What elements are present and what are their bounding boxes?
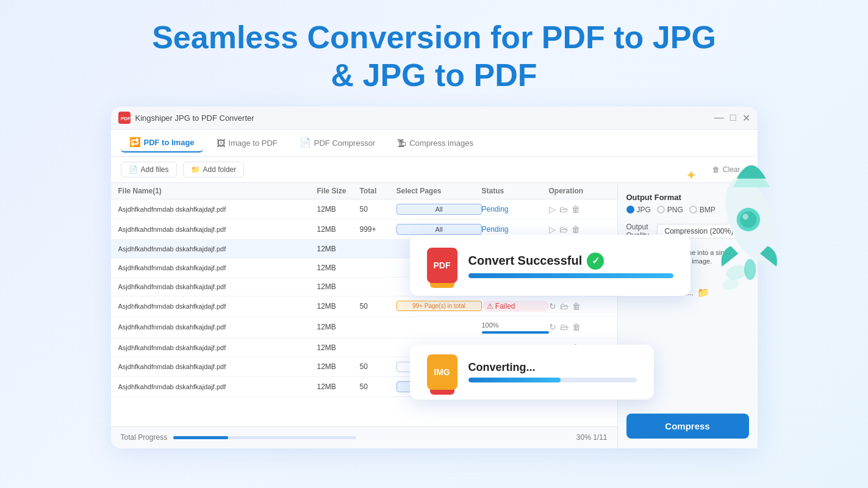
tab-pdf-to-image-label: PDF to Image bbox=[144, 138, 195, 147]
format-png[interactable]: PNG bbox=[657, 206, 683, 214]
file-size: 12MB bbox=[317, 343, 360, 352]
file-size: 12MB bbox=[317, 245, 360, 253]
file-size: 12MB bbox=[317, 362, 360, 371]
svg-text:PDF: PDF bbox=[121, 116, 131, 121]
delete-icon[interactable]: 🗑 bbox=[572, 224, 580, 234]
format-png-label: PNG bbox=[667, 206, 683, 214]
total-progress-fill bbox=[173, 436, 228, 439]
popup-converting-progress-bar bbox=[468, 378, 637, 382]
converting-icon: IMG bbox=[427, 354, 457, 390]
radio-bmp-dot bbox=[689, 206, 697, 214]
file-status-progress: 100% bbox=[482, 321, 549, 334]
file-total: 999+ bbox=[360, 225, 396, 234]
col-status: Status bbox=[482, 187, 549, 195]
col-filename: File Name(1) bbox=[118, 187, 317, 195]
success-check-icon: ✓ bbox=[587, 253, 604, 270]
file-name: Asjdhfkahdfnmdab dskahfkajdajf.pdf bbox=[118, 245, 317, 253]
add-files-icon: 📄 bbox=[129, 165, 138, 174]
toolbar: 📄 Add files 📁 Add folder 🗑 Clear bbox=[111, 157, 758, 183]
tab-bar: 🔁 PDF to Image 🖼 Image to PDF 📄 PDF Comp… bbox=[111, 130, 758, 157]
file-name: Asjdhfkahdfnmdab dskahfkajdajf.pdf bbox=[118, 303, 317, 310]
progress-percent: 30% 1/11 bbox=[576, 433, 608, 442]
tab-pdf-compressor-label: PDF Compressor bbox=[314, 138, 375, 148]
file-name: Asjdhfkahdfnmdab dskahfkajdajf.pdf bbox=[118, 383, 317, 390]
add-files-button[interactable]: 📄 Add files bbox=[121, 162, 177, 178]
retry-icon[interactable]: ↻ bbox=[549, 301, 556, 311]
pdf-compressor-icon: 📄 bbox=[299, 137, 311, 148]
table-row: Asjdhfkahdfnmdab dskahfkajdajf.pdf 12MB … bbox=[111, 317, 617, 339]
add-folder-icon: 📁 bbox=[191, 165, 200, 174]
file-size: 12MB bbox=[317, 323, 360, 331]
title-bar: PDF Kingshiper JPG to PDF Converter — □ … bbox=[111, 107, 758, 130]
tab-image-to-pdf-label: Image to PDF bbox=[229, 138, 278, 148]
delete-icon[interactable]: 🗑 bbox=[572, 204, 580, 214]
file-name: Asjdhfkahdfnmdab dskahfkajdajf.pdf bbox=[118, 363, 317, 370]
tab-pdf-compressor[interactable]: 📄 PDF Compressor bbox=[291, 134, 384, 152]
file-size: 12MB bbox=[317, 264, 360, 272]
folder-open-icon[interactable]: 🗁 bbox=[560, 301, 569, 311]
window-controls: — □ ✕ bbox=[714, 112, 750, 124]
add-files-label: Add files bbox=[141, 165, 169, 174]
pdf-to-jpg-icon: PDF bbox=[427, 248, 457, 283]
tab-compress-images[interactable]: 🗜 Compress images bbox=[389, 134, 482, 152]
folder-browse-icon[interactable]: 📁 bbox=[697, 287, 709, 298]
col-total: Total bbox=[360, 187, 396, 195]
format-bmp[interactable]: BMP bbox=[689, 206, 716, 214]
tab-image-to-pdf[interactable]: 🖼 Image to PDF bbox=[208, 134, 286, 152]
table-header: File Name(1) File Size Total Select Page… bbox=[111, 183, 617, 199]
bottom-bar: Total Progress 30% 1/11 bbox=[111, 426, 617, 448]
total-progress-label: Total Progress bbox=[121, 433, 168, 442]
compress-button[interactable]: Compress bbox=[626, 414, 749, 439]
popup-success-progress-bar bbox=[468, 273, 673, 278]
app-logo-icon: PDF bbox=[118, 112, 131, 124]
hero-title-line2: & JPG to PDF bbox=[152, 56, 716, 94]
col-selectpages: Select Pages bbox=[396, 187, 482, 195]
operation-icons: ↻ 🗁 🗑 bbox=[549, 322, 610, 332]
tab-pdf-to-image[interactable]: 🔁 PDF to Image bbox=[121, 133, 203, 152]
play-icon[interactable]: ▷ bbox=[549, 224, 556, 234]
folder-open-icon[interactable]: 🗁 bbox=[560, 322, 569, 332]
play-icon[interactable]: ▷ bbox=[549, 204, 556, 214]
folder-open-icon[interactable]: 🗁 bbox=[559, 224, 568, 234]
file-name: Asjdhfkahdfnmdab dskahfkajdajf.pdf bbox=[118, 206, 317, 213]
file-name: Asjdhfkahdfnmdab dskahfkajdajf.pdf bbox=[118, 323, 317, 331]
file-name: Asjdhfkahdfnmdab dskahfkajdajf.pdf bbox=[118, 264, 317, 271]
file-total: 50 bbox=[360, 362, 396, 371]
format-bmp-label: BMP bbox=[700, 206, 716, 214]
hero-section: Seamless Conversion for PDF to JPG & JPG… bbox=[152, 18, 716, 95]
total-progress-bar bbox=[173, 436, 356, 439]
convert-success-popup: PDF Convert Successful ✓ bbox=[410, 235, 690, 296]
col-operation: Operation bbox=[549, 187, 610, 195]
format-radio-group: JPG PNG BMP bbox=[626, 206, 749, 214]
select-pages-btn[interactable]: 99+ Page(s) in total bbox=[396, 301, 482, 311]
close-button[interactable]: ✕ bbox=[742, 112, 750, 124]
clear-button[interactable]: 🗑 Clear bbox=[705, 162, 748, 177]
trash-icon: 🗑 bbox=[712, 165, 720, 174]
table-row: Asjdhfkahdfnmdab dskahfkajdajf.pdf 12MB … bbox=[111, 199, 617, 220]
file-table-area: File Name(1) File Size Total Select Page… bbox=[111, 183, 617, 448]
minimize-button[interactable]: — bbox=[714, 112, 724, 123]
col-filesize: File Size bbox=[317, 187, 360, 195]
operation-icons: ▷ 🗁 🗑 bbox=[549, 204, 610, 214]
output-format-title: Output Format bbox=[626, 193, 749, 202]
select-pages-btn[interactable]: All bbox=[396, 204, 482, 215]
format-jpg[interactable]: JPG bbox=[626, 206, 651, 214]
clear-label: Clear bbox=[723, 165, 741, 174]
folder-open-icon[interactable]: 🗁 bbox=[559, 204, 568, 214]
operation-icons: ▷ 🗁 🗑 bbox=[549, 224, 610, 234]
format-jpg-label: JPG bbox=[637, 206, 651, 214]
file-status: Pending bbox=[482, 225, 549, 234]
add-folder-button[interactable]: 📁 Add folder bbox=[183, 162, 245, 178]
file-size: 12MB bbox=[317, 382, 360, 391]
delete-icon[interactable]: 🗑 bbox=[572, 322, 581, 332]
file-size: 12MB bbox=[317, 205, 360, 214]
popup-converting-title: Converting... bbox=[468, 361, 637, 374]
file-name: Asjdhfkahdfnmdab dskahfkajdajf.pdf bbox=[118, 226, 317, 233]
retry-icon[interactable]: ↻ bbox=[549, 322, 556, 332]
delete-icon[interactable]: 🗑 bbox=[572, 301, 581, 311]
converting-popup: IMG Converting... bbox=[410, 345, 654, 400]
app-window: PDF Kingshiper JPG to PDF Converter — □ … bbox=[111, 107, 758, 448]
maximize-button[interactable]: □ bbox=[730, 112, 736, 123]
file-name: Asjdhfkahdfnmdab dskahfkajdajf.pdf bbox=[118, 344, 317, 351]
select-pages-btn[interactable]: All bbox=[396, 224, 482, 235]
